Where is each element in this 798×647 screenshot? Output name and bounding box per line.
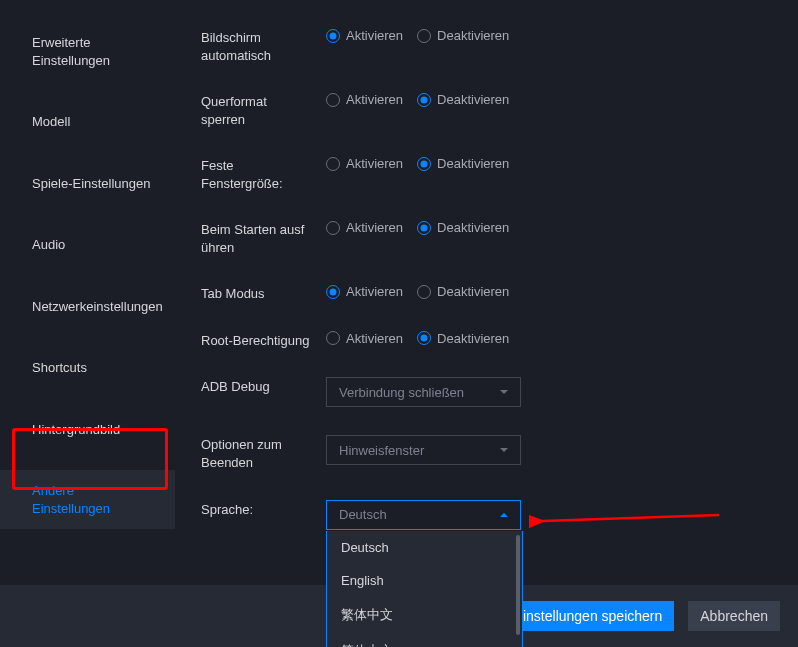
select-value: Deutsch bbox=[339, 507, 387, 522]
radio-group: Aktivieren Deaktivieren bbox=[326, 220, 517, 235]
sidebar-item-label: Einstellungen bbox=[32, 53, 110, 68]
setting-label: Optionen zum Beenden bbox=[201, 435, 326, 471]
dropdown-item-deutsch[interactable]: Deutsch bbox=[327, 531, 522, 564]
setting-label: Bildschirm automatisch bbox=[201, 28, 326, 64]
dropdown-scrollbar[interactable] bbox=[516, 535, 520, 635]
main-panel: Bildschirm automatisch Aktivieren Deakti… bbox=[175, 0, 798, 647]
setting-label: Feste Fenstergröße: bbox=[201, 156, 326, 192]
save-button[interactable]: Einstellungen speichern bbox=[502, 601, 675, 631]
sidebar-item-label: Einstellungen bbox=[32, 501, 110, 516]
setting-label: ADB Debug bbox=[201, 377, 326, 396]
setting-label: Beim Starten ausf ühren bbox=[201, 220, 326, 256]
radio-activate[interactable] bbox=[326, 157, 340, 171]
radio-deactivate[interactable] bbox=[417, 331, 431, 345]
dropdown-item-english[interactable]: English bbox=[327, 564, 522, 597]
sidebar-item-audio[interactable]: Audio bbox=[0, 224, 175, 266]
setting-row-exit-options: Optionen zum Beenden Hinweisfenster bbox=[201, 435, 798, 471]
sidebar-item-label: Shortcuts bbox=[32, 360, 87, 375]
select-value: Verbindung schließen bbox=[339, 385, 464, 400]
radio-group: Aktivieren Deaktivieren bbox=[326, 284, 517, 299]
setting-label: Sprache: bbox=[201, 500, 326, 519]
radio-label[interactable]: Deaktivieren bbox=[437, 220, 509, 235]
cancel-button[interactable]: Abbrechen bbox=[688, 601, 780, 631]
radio-label[interactable]: Deaktivieren bbox=[437, 92, 509, 107]
radio-label[interactable]: Deaktivieren bbox=[437, 28, 509, 43]
sidebar-item-network[interactable]: Netzwerkeinstellungen bbox=[0, 286, 175, 328]
radio-deactivate[interactable] bbox=[417, 221, 431, 235]
sidebar-item-other[interactable]: Andere Einstellungen bbox=[0, 470, 175, 529]
chevron-down-icon bbox=[500, 448, 508, 452]
chevron-up-icon bbox=[500, 513, 508, 517]
radio-label[interactable]: Aktivieren bbox=[346, 331, 403, 346]
radio-activate[interactable] bbox=[326, 221, 340, 235]
sidebar-item-label: Modell bbox=[32, 114, 70, 129]
dropdown-item-zh-trad[interactable]: 繁体中文 bbox=[327, 597, 522, 633]
setting-row-root: Root-Berechtigung Aktivieren Deaktiviere… bbox=[201, 331, 798, 350]
sidebar-item-label: Spiele-Einstellungen bbox=[32, 176, 151, 191]
radio-label[interactable]: Deaktivieren bbox=[437, 284, 509, 299]
setting-row-adb: ADB Debug Verbindung schließen bbox=[201, 377, 798, 407]
radio-label[interactable]: Deaktivieren bbox=[437, 331, 509, 346]
language-select[interactable]: Deutsch Deutsch English 繁体中文 简体中文 bbox=[326, 500, 521, 530]
setting-row-language: Sprache: Deutsch Deutsch English 繁体中文 简体… bbox=[201, 500, 798, 530]
radio-label[interactable]: Aktivieren bbox=[346, 284, 403, 299]
sidebar-item-label: Andere bbox=[32, 483, 74, 498]
dropdown-item-zh-simp[interactable]: 简体中文 bbox=[327, 633, 522, 647]
radio-label[interactable]: Aktivieren bbox=[346, 156, 403, 171]
radio-activate[interactable] bbox=[326, 285, 340, 299]
sidebar-item-background[interactable]: Hintergrundbild bbox=[0, 409, 175, 451]
exit-select[interactable]: Hinweisfenster bbox=[326, 435, 521, 465]
sidebar-item-model[interactable]: Modell bbox=[0, 101, 175, 143]
radio-group: Aktivieren Deaktivieren bbox=[326, 92, 517, 107]
setting-row-fixed-window: Feste Fenstergröße: Aktivieren Deaktivie… bbox=[201, 156, 798, 192]
language-dropdown: Deutsch English 繁体中文 简体中文 bbox=[326, 531, 523, 647]
sidebar-item-label: Netzwerkeinstellungen bbox=[32, 299, 163, 314]
sidebar: Erweiterte Einstellungen Modell Spiele-E… bbox=[0, 0, 175, 647]
sidebar-item-label: Hintergrundbild bbox=[32, 422, 120, 437]
radio-deactivate[interactable] bbox=[417, 93, 431, 107]
radio-group: Aktivieren Deaktivieren bbox=[326, 331, 517, 346]
setting-label: Root-Berechtigung bbox=[201, 331, 326, 350]
sidebar-item-shortcuts[interactable]: Shortcuts bbox=[0, 347, 175, 389]
adb-select[interactable]: Verbindung schließen bbox=[326, 377, 521, 407]
radio-deactivate[interactable] bbox=[417, 157, 431, 171]
radio-activate[interactable] bbox=[326, 331, 340, 345]
setting-label: Tab Modus bbox=[201, 284, 326, 303]
setting-row-tab-mode: Tab Modus Aktivieren Deaktivieren bbox=[201, 284, 798, 303]
sidebar-item-game[interactable]: Spiele-Einstellungen bbox=[0, 163, 175, 205]
setting-row-autostart: Beim Starten ausf ühren Aktivieren Deakt… bbox=[201, 220, 798, 256]
setting-row-screen-auto: Bildschirm automatisch Aktivieren Deakti… bbox=[201, 28, 798, 64]
radio-deactivate[interactable] bbox=[417, 29, 431, 43]
radio-deactivate[interactable] bbox=[417, 285, 431, 299]
radio-group: Aktivieren Deaktivieren bbox=[326, 28, 517, 43]
sidebar-item-label: Audio bbox=[32, 237, 65, 252]
chevron-down-icon bbox=[500, 390, 508, 394]
radio-label[interactable]: Aktivieren bbox=[346, 220, 403, 235]
radio-label[interactable]: Deaktivieren bbox=[437, 156, 509, 171]
setting-label: Querformat sperren bbox=[201, 92, 326, 128]
sidebar-item-label: Erweiterte bbox=[32, 35, 91, 50]
setting-row-landscape-lock: Querformat sperren Aktivieren Deaktivier… bbox=[201, 92, 798, 128]
radio-label[interactable]: Aktivieren bbox=[346, 92, 403, 107]
radio-activate[interactable] bbox=[326, 93, 340, 107]
radio-activate[interactable] bbox=[326, 29, 340, 43]
select-value: Hinweisfenster bbox=[339, 443, 424, 458]
radio-group: Aktivieren Deaktivieren bbox=[326, 156, 517, 171]
sidebar-item-advanced[interactable]: Erweiterte Einstellungen bbox=[0, 22, 175, 81]
radio-label[interactable]: Aktivieren bbox=[346, 28, 403, 43]
